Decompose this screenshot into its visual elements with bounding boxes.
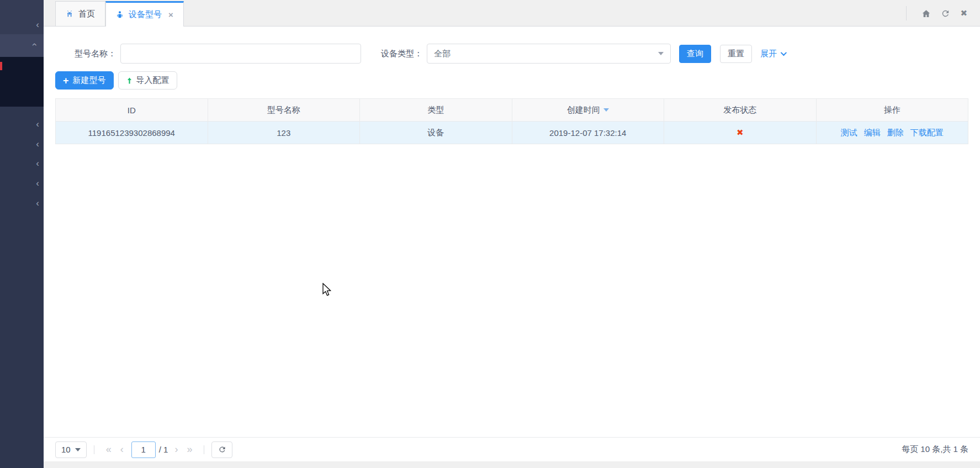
device-type-select[interactable]: 全部: [427, 44, 671, 64]
col-header-model-name: 型号名称: [208, 99, 361, 121]
sidebar-section-dark: [0, 57, 44, 107]
pagination-bar: 10 « ‹ / 1 › » 每页 10 条,共 1 条: [44, 437, 980, 461]
home-icon[interactable]: [921, 9, 931, 18]
plus-icon: +: [63, 76, 69, 86]
edit-link[interactable]: 编辑: [864, 128, 881, 138]
import-config-label: 导入配置: [136, 75, 169, 86]
sidebar-red-badge: [0, 62, 2, 70]
model-name-label: 型号名称：: [75, 49, 116, 59]
toolbar: + 新建型号 导入配置: [55, 71, 968, 90]
sidebar-menu-chevron-3[interactable]: ‹: [36, 159, 39, 168]
test-link[interactable]: 测试: [841, 128, 857, 138]
device-type-label: 设备类型：: [381, 49, 422, 59]
close-icon[interactable]: ✖: [960, 8, 967, 18]
col-header-created-at[interactable]: 创建时间: [512, 99, 665, 121]
unpublished-x-icon: ✖: [737, 128, 744, 138]
chevron-down-icon: [781, 50, 787, 56]
divider: [204, 445, 204, 454]
divider: [906, 6, 907, 20]
page-number-input[interactable]: [131, 441, 156, 458]
device-model-table: ID 型号名称 类型 创建时间 发布状态 操作 1191651239302868…: [55, 98, 968, 144]
caret-down-icon: [75, 448, 81, 451]
pagination-summary: 每页 10 条,共 1 条: [902, 444, 968, 455]
first-page-button[interactable]: «: [106, 444, 112, 455]
prev-page-button[interactable]: ‹: [120, 444, 124, 455]
chevron-down-icon: [658, 52, 664, 55]
import-config-button[interactable]: 导入配置: [118, 71, 177, 90]
page-size-value: 10: [61, 445, 71, 454]
total-pages-label: / 1: [159, 445, 168, 454]
person-icon: [116, 10, 124, 19]
new-model-label: 新建型号: [73, 75, 106, 86]
tab-home-label: 首页: [78, 9, 95, 19]
last-page-button[interactable]: »: [187, 444, 192, 455]
page-size-select[interactable]: 10: [55, 441, 87, 458]
chevron-up-icon[interactable]: ‹: [31, 43, 40, 46]
col-header-publish-status: 发布状态: [664, 99, 817, 121]
cell-actions: 测试 编辑 删除 下载配置: [817, 122, 968, 144]
tab-home[interactable]: 首页: [55, 1, 105, 26]
col-header-id: ID: [56, 99, 208, 121]
bottom-strip: [44, 461, 980, 468]
tab-device-model[interactable]: 设备型号 ×: [105, 1, 184, 27]
col-header-type: 类型: [360, 99, 512, 121]
query-button[interactable]: 查询: [679, 45, 711, 63]
table-header-row: ID 型号名称 类型 创建时间 发布状态 操作: [56, 99, 968, 122]
table-refresh-button[interactable]: [211, 441, 232, 458]
tab-bar: 首页 设备型号 × ✖: [44, 0, 980, 27]
tab-close-icon[interactable]: ×: [168, 10, 173, 19]
window-actions: ✖: [906, 0, 972, 27]
cell-type: 设备: [360, 122, 512, 144]
delete-link[interactable]: 删除: [887, 128, 904, 138]
filter-row: 型号名称： 设备类型： 全部 查询 重置 展开: [55, 44, 968, 64]
cell-id: 1191651239302868994: [56, 122, 208, 144]
sidebar: ‹ ‹ ‹ ‹ ‹ ‹ ‹: [0, 0, 44, 468]
expand-link-label: 展开: [760, 49, 777, 59]
model-name-input[interactable]: [120, 44, 361, 64]
android-icon: [66, 10, 73, 18]
next-page-button[interactable]: ›: [174, 444, 178, 455]
upload-arrow-icon: [126, 77, 133, 85]
cell-created-at: 2019-12-07 17:32:14: [512, 122, 665, 144]
sidebar-menu-chevron-1[interactable]: ‹: [36, 119, 39, 129]
table-row[interactable]: 1191651239302868994 123 设备 2019-12-07 17…: [56, 122, 968, 144]
download-config-link[interactable]: 下载配置: [910, 128, 944, 138]
tab-device-model-label: 设备型号: [129, 9, 162, 20]
content-panel: 型号名称： 设备类型： 全部 查询 重置 展开 + 新建型号: [44, 27, 980, 461]
sidebar-menu-chevron-5[interactable]: ‹: [36, 198, 39, 208]
divider: [94, 445, 94, 454]
refresh-icon[interactable]: [941, 9, 950, 18]
sort-desc-icon: [603, 108, 609, 112]
cell-model-name: 123: [208, 122, 361, 144]
expand-link[interactable]: 展开: [760, 49, 785, 59]
sidebar-collapse-icon[interactable]: ‹: [36, 20, 39, 29]
col-header-actions: 操作: [817, 99, 968, 121]
reset-button[interactable]: 重置: [720, 45, 752, 63]
sidebar-menu-chevron-4[interactable]: ‹: [36, 178, 39, 188]
new-model-button[interactable]: + 新建型号: [55, 71, 114, 90]
cell-publish-status: ✖: [664, 122, 817, 144]
main-area: 首页 设备型号 × ✖ 型号名称： 设备类型: [44, 0, 980, 468]
device-type-value: 全部: [434, 49, 451, 59]
sidebar-menu-chevron-2[interactable]: ‹: [36, 139, 39, 149]
refresh-icon: [218, 445, 226, 454]
